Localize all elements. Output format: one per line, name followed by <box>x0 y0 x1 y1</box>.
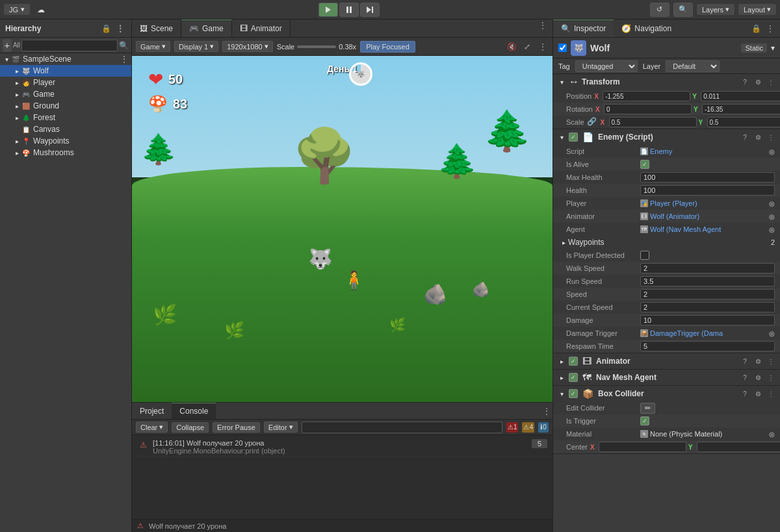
bottom-more-button[interactable]: ⋮ <box>541 405 552 417</box>
waypoints-row[interactable]: ▸ Waypoints 2 <box>553 236 780 249</box>
layer-dropdown[interactable]: Default <box>666 60 720 72</box>
navmesh-enabled-check[interactable]: ✓ <box>569 373 578 382</box>
player-ref[interactable]: Player (Player) <box>650 199 767 207</box>
play-focused-button[interactable]: Play Focused <box>360 41 415 53</box>
more-icon[interactable]: ⋮ <box>766 388 776 399</box>
target-icon[interactable]: ◎ <box>769 330 775 337</box>
help-icon[interactable]: ? <box>740 372 750 383</box>
tag-dropdown[interactable]: Untagged <box>575 60 638 72</box>
box-collider-header[interactable]: ▾ ✓ 📦 Box Collider ? ⚙ ⋮ <box>553 386 780 401</box>
current-speed-input[interactable] <box>640 302 775 312</box>
hierarchy-item-ground[interactable]: ▸ 🟫 Ground <box>0 100 131 112</box>
is-player-detected-check[interactable] <box>640 251 649 260</box>
tab-game[interactable]: 🎮 Game <box>181 19 232 37</box>
tab-animator[interactable]: 🎞 Animator <box>232 19 291 37</box>
hierarchy-item-forest[interactable]: ▸ 🌲 Forest <box>0 112 131 123</box>
enemy-script-header[interactable]: ▾ ✓ 📄 Enemy (Script) ? ⚙ ⋮ <box>553 129 780 145</box>
hierarchy-item-game[interactable]: ▸ 🎮 Game <box>0 88 131 100</box>
more-icon[interactable]: ⋮ <box>766 372 776 383</box>
editor-dropdown[interactable]: Editor ▾ <box>264 422 298 433</box>
maximize-button[interactable]: ⤢ <box>521 41 533 53</box>
more-icon[interactable]: ⋮ <box>766 77 776 87</box>
navmesh-comp-header[interactable]: ▸ ✓ 🗺 Nav Mesh Agent ? ⚙ ⋮ <box>553 370 780 385</box>
inspector-more-icon[interactable]: ⋮ <box>764 23 776 34</box>
step-button[interactable] <box>360 3 380 17</box>
lock-inspector-icon[interactable]: 🔒 <box>750 23 762 34</box>
lock-icon[interactable]: 🔒 <box>100 23 112 34</box>
tab-scene[interactable]: 🖼 Scene <box>132 19 181 37</box>
settings-icon[interactable]: ⚙ <box>753 388 763 399</box>
error-pause-button[interactable]: Error Pause <box>213 422 260 433</box>
object-active-check[interactable] <box>558 44 567 52</box>
tab-navigation[interactable]: 🧭 Navigation <box>614 19 679 37</box>
collider-enabled-check[interactable]: ✓ <box>569 389 578 398</box>
rotation-x-input[interactable] <box>604 104 692 114</box>
layout-dropdown[interactable]: Layout ▾ <box>738 4 776 15</box>
hierarchy-item-waypoints[interactable]: ▸ 📍 Waypoints <box>0 135 131 147</box>
cloud-icon[interactable]: ☁ <box>34 3 48 17</box>
help-icon[interactable]: ? <box>740 388 750 399</box>
play-button[interactable] <box>318 3 338 17</box>
settings-icon[interactable]: ⚙ <box>753 132 763 142</box>
scale-y-input[interactable] <box>707 117 780 127</box>
damage-input[interactable] <box>640 315 775 325</box>
center-y-input[interactable] <box>697 442 780 452</box>
speed-input[interactable] <box>640 289 775 299</box>
layers-dropdown[interactable]: Layers ▾ <box>697 4 734 15</box>
position-y-input[interactable] <box>701 91 780 101</box>
script-ref[interactable]: Enemy <box>650 147 767 155</box>
target-icon[interactable]: ◎ <box>769 148 775 155</box>
help-icon[interactable]: ? <box>740 356 750 366</box>
max-health-input[interactable] <box>640 172 775 183</box>
scene-item-samplescene[interactable]: ▾ 🎬 SampleScene ⋮ <box>0 53 131 65</box>
animator-enabled-check[interactable]: ✓ <box>569 357 578 366</box>
dots-icon[interactable]: ⋮ <box>120 54 129 64</box>
clear-button[interactable]: Clear ▾ <box>136 422 168 433</box>
health-input[interactable] <box>640 185 775 196</box>
settings-icon[interactable]: ⚙ <box>753 356 763 366</box>
static-chevron-icon[interactable]: ▾ <box>771 44 775 53</box>
more-icon[interactable]: ⋮ <box>766 132 776 142</box>
scale-x-input[interactable] <box>609 117 697 127</box>
enemy-enabled-check[interactable]: ✓ <box>569 133 578 142</box>
view-more-button[interactable]: ⋮ <box>537 19 549 31</box>
transform-header[interactable]: ▾ ↔ Transform ? ⚙ ⋮ <box>553 74 780 90</box>
respawn-time-input[interactable] <box>640 341 775 351</box>
animator-ref[interactable]: Wolf (Animator) <box>650 212 767 220</box>
history-button[interactable]: ↺ <box>650 3 670 17</box>
hierarchy-search[interactable] <box>21 40 118 51</box>
help-icon[interactable]: ? <box>740 132 750 142</box>
target-icon[interactable]: ◎ <box>769 200 775 207</box>
walk-speed-input[interactable] <box>640 263 775 273</box>
hierarchy-item-wolf[interactable]: ▸ 🐺 Wolf <box>0 65 131 77</box>
run-speed-input[interactable] <box>640 276 775 286</box>
menu-icon[interactable]: ⋮ <box>114 23 126 34</box>
tab-project[interactable]: Project <box>132 403 172 419</box>
edit-collider-button[interactable]: ✏ <box>640 403 655 414</box>
user-menu[interactable]: JG ▾ <box>4 4 30 15</box>
mute-button[interactable]: 🔇 <box>506 41 517 53</box>
hierarchy-item-canvas[interactable]: ▸ 📋 Canvas <box>0 123 131 135</box>
help-icon[interactable]: ? <box>740 77 750 87</box>
tab-console[interactable]: Console <box>172 403 216 419</box>
settings-icon[interactable]: ⚙ <box>753 77 763 87</box>
is-trigger-check[interactable]: ✓ <box>640 416 649 425</box>
rotation-y-input[interactable] <box>702 104 780 114</box>
resolution-dropdown[interactable]: 1920x1080 ▾ <box>222 41 272 52</box>
game-dropdown[interactable]: Game ▾ <box>136 41 170 52</box>
position-x-input[interactable] <box>603 91 690 101</box>
collapse-button[interactable]: Collapse <box>172 422 209 433</box>
hierarchy-item-mushrooms[interactable]: ▸ 🍄 Mushrooms <box>0 147 131 158</box>
more-button[interactable]: ⋮ <box>537 41 549 53</box>
agent-ref[interactable]: Wolf (Nav Mesh Agent <box>650 225 767 233</box>
hierarchy-item-player[interactable]: ▸ 🧑 Player <box>0 77 131 88</box>
animator-comp-header[interactable]: ▸ ✓ 🎞 Animator ? ⚙ ⋮ <box>553 353 780 369</box>
hierarchy-search-icon[interactable]: 🔍 <box>119 40 129 51</box>
scale-slider[interactable] <box>297 45 336 48</box>
search-button[interactable]: 🔍 <box>673 3 693 17</box>
more-icon[interactable]: ⋮ <box>766 356 776 366</box>
is-alive-check[interactable]: ✓ <box>640 160 649 169</box>
tab-inspector[interactable]: 🔍 Inspector <box>553 19 614 37</box>
damage-trigger-ref[interactable]: DamageTrigger (Dama <box>650 329 767 337</box>
center-x-input[interactable] <box>599 442 686 452</box>
